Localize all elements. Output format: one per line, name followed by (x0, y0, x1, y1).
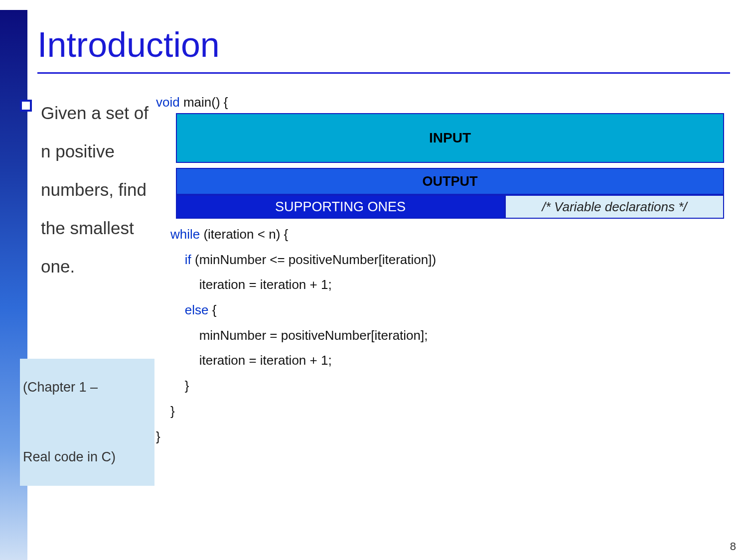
code-body: while (iteration < n) { if (minNumber <=… (156, 222, 729, 449)
else-body2: iteration = iteration + 1; (199, 353, 332, 368)
code-boxes: INPUT OUTPUT SUPPORTING ONES /* Variable… (176, 113, 747, 219)
slide-title: Introduction (37, 25, 220, 65)
keyword-void: void (156, 95, 180, 110)
page-number: 8 (730, 540, 736, 553)
corner-white (0, 0, 27, 10)
close-brace-2: } (170, 404, 175, 419)
chapter-note: (Chapter 1 – Real code in C) (20, 359, 154, 486)
else-body1: minNumber = positiveNumber[iteration]; (199, 328, 428, 343)
box-input: INPUT (176, 113, 724, 163)
box-vardecl-label: /* Variable declarations */ (542, 199, 687, 215)
indent1b (156, 404, 170, 419)
indent1 (156, 227, 170, 242)
box-output-label: OUTPUT (423, 174, 478, 189)
if-rest: (minNumber <= positiveNumber[iteration]) (191, 252, 436, 267)
indent3b (156, 328, 199, 343)
else-rest: { (209, 302, 217, 317)
keyword-while: while (170, 227, 200, 242)
box-vardecl: /* Variable declarations */ (505, 195, 724, 219)
box-input-label: INPUT (429, 130, 471, 146)
bullet-square-icon (20, 100, 32, 112)
box-row: SUPPORTING ONES /* Variable declarations… (176, 195, 724, 219)
indent2 (156, 252, 185, 267)
if-body: iteration = iteration + 1; (199, 277, 332, 292)
indent3 (156, 277, 199, 292)
indent3c (156, 353, 199, 368)
close-brace-3: } (156, 429, 160, 444)
while-rest: (iteration < n) { (200, 227, 288, 242)
indent2c (156, 378, 185, 393)
box-supporting: SUPPORTING ONES (176, 195, 505, 219)
title-underline (37, 72, 730, 74)
code-area: void main() { INPUT OUTPUT SUPPORTING ON… (156, 95, 729, 449)
box-supporting-label: SUPPORTING ONES (275, 199, 406, 215)
keyword-if: if (185, 252, 191, 267)
close-brace-1: } (185, 378, 189, 393)
keyword-else: else (185, 302, 209, 317)
sig-rest: main() { (180, 95, 228, 110)
code-signature: void main() { (156, 95, 729, 110)
box-output: OUTPUT (176, 168, 724, 195)
bullet-text: Given a set of n positive numbers, find … (41, 94, 155, 285)
indent2b (156, 302, 185, 317)
